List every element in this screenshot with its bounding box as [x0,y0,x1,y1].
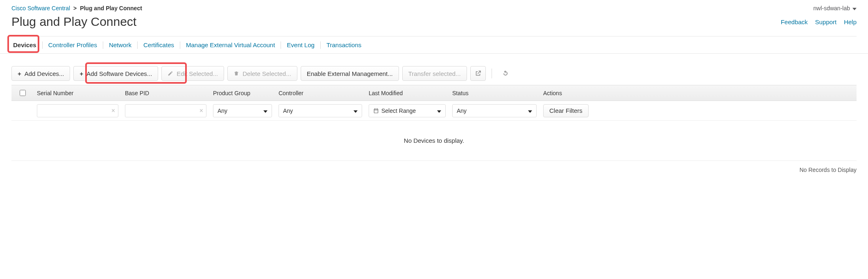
export-button[interactable] [470,66,486,81]
select-all-checkbox[interactable] [20,90,26,96]
records-footer: No Records to Display [0,161,868,173]
help-links: Feedback Support Help [775,18,857,25]
column-header-controller[interactable]: Controller [275,90,365,96]
refresh-button[interactable] [498,66,513,81]
filter-status-select[interactable]: Any [452,104,537,117]
tabs: Devices Controller Profiles Network Cert… [0,37,868,54]
tab-manage-external-virtual-account[interactable]: Manage External Virtual Account [180,37,281,53]
table-header-row: Serial Number Base PID Product Group Con… [11,85,857,101]
transfer-selected-label: Transfer selected... [408,70,461,77]
column-header-base-pid[interactable]: Base PID [122,90,210,96]
pencil-icon [168,71,173,76]
trash-icon [233,71,239,76]
help-link[interactable]: Help [844,18,857,25]
breadcrumb-separator: > [73,5,77,11]
filter-controller-value: Any [283,107,293,114]
toolbar: + Add Devices... + Add Software Devices.… [0,54,868,85]
chevron-down-icon [263,107,267,114]
column-header-actions: Actions [540,90,857,96]
select-all-cell [11,90,34,96]
tab-event-log[interactable]: Event Log [281,37,320,53]
calendar-icon [373,108,379,114]
tab-network[interactable]: Network [103,37,137,53]
filter-controller-select[interactable]: Any [279,104,362,117]
chevron-down-icon [852,5,857,11]
account-switcher[interactable]: nwl-sdwan-lab [814,5,857,11]
edit-selected-button: Edit Selected... [161,66,224,81]
filter-pid-input[interactable] [125,104,206,117]
column-header-serial[interactable]: Serial Number [34,90,122,96]
filter-serial-input[interactable] [37,104,118,117]
tab-certificates[interactable]: Certificates [138,37,180,53]
devices-table: Serial Number Base PID Product Group Con… [11,85,857,161]
add-software-devices-button[interactable]: + Add Software Devices... [73,66,158,81]
enable-external-management-label: Enable External Management... [307,70,393,77]
refresh-icon [501,69,510,78]
account-name: nwl-sdwan-lab [814,5,850,11]
tab-transactions[interactable]: Transactions [321,37,367,53]
toolbar-divider [492,69,492,78]
table-filter-row: × × Any Any [11,101,857,121]
chevron-down-icon [354,107,358,114]
clear-filters-label: Clear Filters [549,107,582,114]
clear-icon[interactable]: × [111,107,115,114]
add-devices-label: Add Devices... [25,70,64,77]
filter-last-modified-select[interactable]: Select Range [369,104,446,117]
chevron-down-icon [528,107,532,114]
page-title: Plug and Play Connect [11,15,136,29]
delete-selected-label: Delete Selected... [242,70,291,77]
transfer-selected-button: Transfer selected... [402,66,467,81]
plus-icon: + [79,70,83,77]
column-header-last-modified[interactable]: Last Modified [365,90,449,96]
column-header-product-group[interactable]: Product Group [210,90,275,96]
filter-product-group-select[interactable]: Any [213,104,272,117]
feedback-link[interactable]: Feedback [781,18,808,25]
edit-selected-label: Edit Selected... [177,70,218,77]
filter-last-modified-value: Select Range [381,107,416,114]
tab-devices[interactable]: Devices [7,37,42,53]
column-header-status[interactable]: Status [449,90,540,96]
export-icon [474,70,482,77]
delete-selected-button: Delete Selected... [227,66,297,81]
filter-product-group-value: Any [218,107,227,114]
breadcrumb-current: Plug and Play Connect [80,5,142,11]
breadcrumb: Cisco Software Central > Plug and Play C… [11,5,142,11]
add-devices-button[interactable]: + Add Devices... [11,66,70,81]
breadcrumb-root-link[interactable]: Cisco Software Central [11,5,70,11]
chevron-down-icon [437,107,441,114]
support-link[interactable]: Support [815,18,837,25]
plus-icon: + [18,70,21,77]
enable-external-management-button[interactable]: Enable External Management... [301,66,399,81]
filter-status-value: Any [457,107,467,114]
clear-icon[interactable]: × [199,107,203,114]
tab-controller-profiles[interactable]: Controller Profiles [43,37,103,53]
add-software-devices-label: Add Software Devices... [86,70,152,77]
empty-state: No Devices to display. [11,121,857,161]
clear-filters-button[interactable]: Clear Filters [543,104,589,117]
